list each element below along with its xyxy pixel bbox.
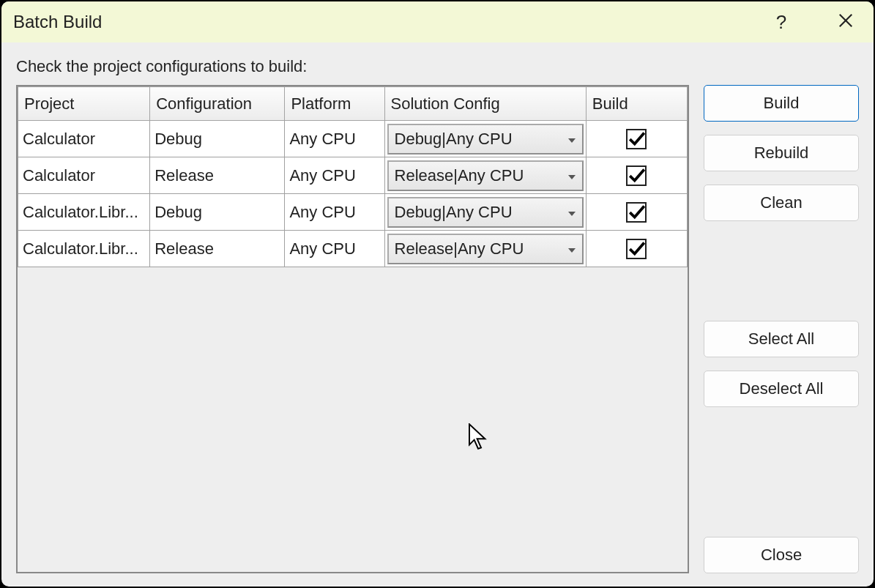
cell-build <box>586 194 687 231</box>
cell-configuration[interactable]: Debug <box>150 121 285 157</box>
dialog-content: Check the project configurations to buil… <box>1 42 874 587</box>
cell-solution: Release|Any CPU <box>384 231 586 267</box>
table-row: Calculator.Libr...DebugAny CPUDebug|Any … <box>18 194 688 231</box>
cell-platform[interactable]: Any CPU <box>285 121 384 157</box>
table-row: Calculator.Libr...ReleaseAny CPURelease|… <box>18 231 688 267</box>
solution-config-dropdown[interactable]: Release|Any CPU <box>387 160 584 191</box>
clean-button[interactable]: Clean <box>704 185 859 221</box>
select-all-button[interactable]: Select All <box>704 321 859 357</box>
titlebar: Batch Build ? <box>1 1 874 42</box>
dropdown-label: Release|Any CPU <box>395 239 524 258</box>
cell-configuration[interactable]: Debug <box>150 194 285 231</box>
build-checkbox[interactable] <box>626 202 647 223</box>
instruction-text: Check the project configurations to buil… <box>16 57 859 76</box>
dropdown-label: Release|Any CPU <box>395 166 524 185</box>
table-row: CalculatorReleaseAny CPURelease|Any CPU <box>18 157 688 194</box>
cell-configuration[interactable]: Release <box>150 231 285 267</box>
build-checkbox[interactable] <box>626 165 647 186</box>
cell-project[interactable]: Calculator <box>18 121 150 157</box>
cell-build <box>586 121 687 157</box>
side-buttons: Build Rebuild Clean Select All Deselect … <box>704 85 859 573</box>
solution-config-dropdown[interactable]: Release|Any CPU <box>387 234 584 264</box>
deselect-all-button[interactable]: Deselect All <box>704 371 859 407</box>
chevron-down-icon <box>567 203 576 222</box>
cell-platform[interactable]: Any CPU <box>285 231 384 267</box>
table-header-row: Project Configuration Platform Solution … <box>18 87 688 121</box>
dropdown-label: Debug|Any CPU <box>395 130 513 149</box>
column-header-build[interactable]: Build <box>586 87 687 121</box>
chevron-down-icon <box>567 130 576 149</box>
cell-solution: Debug|Any CPU <box>384 121 586 157</box>
solution-config-dropdown[interactable]: Debug|Any CPU <box>387 124 584 155</box>
cell-solution: Release|Any CPU <box>384 157 586 194</box>
build-checkbox[interactable] <box>626 129 647 149</box>
cell-configuration[interactable]: Release <box>150 157 285 194</box>
batch-build-dialog: Batch Build ? Check the project configur… <box>1 1 874 587</box>
cell-build <box>586 157 687 194</box>
help-button[interactable]: ? <box>767 11 796 34</box>
build-button[interactable]: Build <box>704 85 859 122</box>
cell-solution: Debug|Any CPU <box>384 194 586 231</box>
table-row: CalculatorDebugAny CPUDebug|Any CPU <box>18 121 688 157</box>
solution-config-dropdown[interactable]: Debug|Any CPU <box>387 197 584 228</box>
cell-project[interactable]: Calculator <box>18 157 150 194</box>
build-checkbox[interactable] <box>626 239 647 259</box>
column-header-project[interactable]: Project <box>18 87 150 121</box>
cell-platform[interactable]: Any CPU <box>285 157 384 194</box>
cell-build <box>586 231 687 267</box>
column-header-solution[interactable]: Solution Config <box>384 87 586 121</box>
dialog-title: Batch Build <box>13 12 767 32</box>
rebuild-button[interactable]: Rebuild <box>704 135 859 171</box>
column-header-platform[interactable]: Platform <box>285 87 384 121</box>
cell-project[interactable]: Calculator.Libr... <box>18 194 150 231</box>
column-header-configuration[interactable]: Configuration <box>150 87 285 121</box>
configurations-table: Project Configuration Platform Solution … <box>16 85 689 573</box>
close-button[interactable]: Close <box>704 537 859 573</box>
chevron-down-icon <box>567 166 576 185</box>
cell-platform[interactable]: Any CPU <box>285 194 384 231</box>
close-icon[interactable] <box>831 12 860 31</box>
dropdown-label: Debug|Any CPU <box>395 203 513 222</box>
chevron-down-icon <box>567 239 576 258</box>
cell-project[interactable]: Calculator.Libr... <box>18 231 150 267</box>
